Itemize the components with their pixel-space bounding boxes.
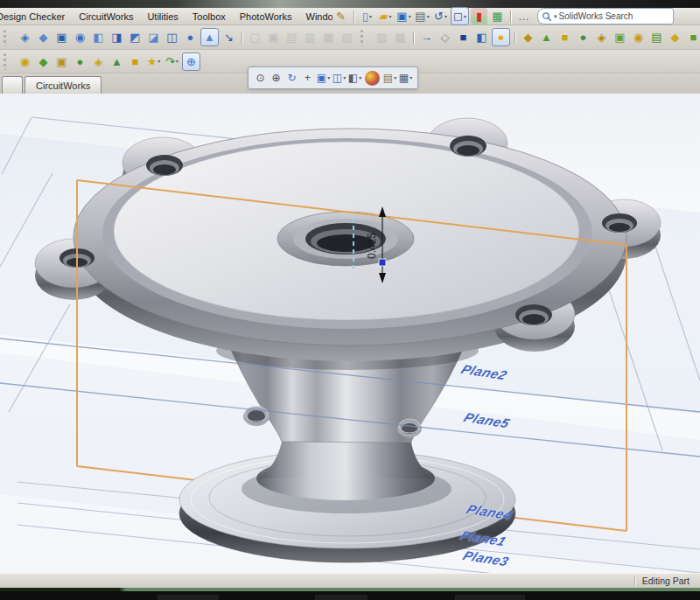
taskbar-item[interactable] [315,595,368,600]
smart-fastener-icon[interactable]: ◩ [127,29,144,45]
assembly-feature-icon[interactable]: ◪ [145,29,162,45]
app-window: { "window": { "status_right": "Editing P… [0,0,700,600]
revolved-boss-icon[interactable]: ▲ [538,29,555,45]
toolbar-overflow-icon[interactable]: … [515,8,532,24]
part-3d-view[interactable]: 0.425 [0,94,700,573]
mirror-feature-icon[interactable]: ▣ [53,53,70,70]
solidworks-search-box[interactable]: ▾ [537,8,674,24]
chamfer-icon[interactable]: ◆ [667,29,683,45]
table-driven-pattern-icon[interactable]: ▲ [108,53,125,70]
fill-pattern-icon[interactable]: ■ [127,53,144,70]
scene-icon[interactable]: ▤ [382,71,397,86]
extruded-cut-icon[interactable]: ◈ [593,29,610,45]
hole-wizard-icon[interactable]: ▣ [612,29,628,45]
grid-system-icon[interactable]: ◇ [437,29,453,45]
toolbar-grip[interactable] [4,52,12,70]
dimension-drag-handle[interactable] [379,259,386,266]
zoom-area-icon[interactable]: ⊕ [269,71,284,86]
edrawings-icon[interactable]: ■ [455,29,472,45]
toolbar-separator[interactable] [239,30,245,45]
tab-circuitworks[interactable]: CircuitWorks [24,76,102,94]
offset-entities-icon[interactable]: ▦ [320,29,337,45]
rebuild-traffic-light-icon[interactable]: ▮ [471,8,487,24]
mirror-entities-icon[interactable]: ▧ [339,29,355,45]
video-progress-bar[interactable] [0,588,700,591]
rotate-view-icon[interactable]: ↻ [284,71,299,86]
toolbar-separator[interactable] [512,30,518,45]
mate-icon[interactable]: ◆ [35,29,52,45]
menu-toolbox[interactable]: Toolbox [186,10,233,23]
pan-view-icon[interactable]: + [300,71,315,86]
sphere-feature-icon[interactable]: ● [182,29,199,45]
menu-photoworks[interactable]: PhotoWorks [233,10,299,23]
extruded-boss-icon[interactable]: ◆ [520,29,536,45]
insert-component-icon[interactable]: ▣ [53,29,70,45]
lofted-boss-icon[interactable]: ● [575,29,592,45]
open-document-icon[interactable]: ▰ [377,8,394,24]
taskbar-item[interactable] [158,595,219,600]
convert-entities-icon[interactable]: ▥ [302,29,318,45]
display-style-icon[interactable]: ◧ [347,71,362,86]
sketch-entities-icon[interactable]: ▢ [247,29,263,45]
toolbar-separator[interactable] [508,9,514,24]
print-icon[interactable]: ▤ [414,8,430,24]
section-view-tool-icon[interactable]: ◫ [332,71,346,86]
circuitworks-tool-icon[interactable]: ◧ [473,29,490,45]
search-input[interactable] [559,11,669,21]
toolbar-grip[interactable] [360,29,369,46]
dimension-value[interactable]: 0.425 [366,233,378,259]
toolbar-separator[interactable] [410,30,416,45]
zoom-fit-icon[interactable]: ⊙ [253,71,268,86]
dimension-tool-icon[interactable]: ▣ [265,29,282,45]
new-document-icon[interactable]: ▯ [359,8,375,24]
3d-sketch-icon[interactable]: ▩ [392,29,409,45]
sketch-driven-pattern-icon[interactable]: ◈ [90,53,107,70]
search-icon [542,11,552,22]
hub-neck[interactable] [256,442,435,500]
status-divider [634,576,635,586]
measure-tool-icon[interactable]: ⊕ [182,52,200,71]
rib-icon[interactable]: ■ [685,29,700,45]
circular-pattern-icon[interactable]: ◆ [35,53,52,70]
move-component-icon[interactable]: ◧ [90,29,107,45]
trim-entities-icon[interactable]: ▤ [284,29,300,45]
undo-icon[interactable]: ↺ [432,8,449,24]
taskbar-item[interactable] [455,595,525,600]
search-dropdown-icon[interactable]: ▾ [554,13,557,20]
curve-driven-pattern-icon[interactable]: ● [72,53,88,70]
toolbar-grip[interactable] [4,29,12,46]
sketch-icon[interactable]: ▨ [374,29,390,45]
toolbar-separator[interactable] [351,9,357,24]
camera-icon[interactable]: ▦ [398,71,413,86]
photoworks-render-icon[interactable]: ● [492,28,510,46]
select-arrow-icon[interactable]: → [418,29,435,45]
standard-views-icon[interactable]: ▣ [316,71,331,86]
menu-design-checker[interactable]: Design Checker [0,10,72,23]
exploded-view-icon[interactable]: ◈ [17,29,33,45]
standard-toolbar: ✎▯▰▣▤↺◻▮▦… [332,7,532,25]
tab-partial[interactable] [2,76,23,94]
rotate-component-icon[interactable]: ◉ [72,29,88,45]
edit-color-icon[interactable]: ✎ [332,8,349,24]
select-tool-icon[interactable]: ◻ [451,7,469,25]
menu-circuitworks[interactable]: CircuitWorks [72,10,140,23]
linear-pattern-icon[interactable]: ◨ [108,29,125,45]
screen-bottom-edge [0,588,700,600]
cone-dimple-hole[interactable] [397,419,422,437]
leader-annotation-icon[interactable]: ↘ [220,29,237,45]
swept-boss-icon[interactable]: ■ [556,29,573,45]
center-counterbore-hole[interactable] [277,212,414,266]
fillet-icon[interactable]: ▤ [648,29,665,45]
color-swatch-icon[interactable]: ▦ [489,8,506,24]
reference-geometry-icon[interactable]: ◫ [164,29,180,45]
menu-utilities[interactable]: Utilities [140,10,185,23]
linear-pattern-feature-icon[interactable]: ◉ [17,53,33,70]
spline-tool-icon[interactable]: ↷ [164,53,180,70]
appearance-sphere-icon[interactable]: ● [365,71,380,86]
save-icon[interactable]: ▣ [396,8,412,24]
menu-window[interactable]: Window [299,10,333,23]
graphics-viewport[interactable]: 0.425 Plane2 Plane5 Plane4 Plane1 Plane3 [0,94,700,573]
revolved-cut-icon[interactable]: ◉ [630,29,647,45]
flex-feature-icon[interactable]: ★ [145,53,162,70]
section-view-icon[interactable]: ▲ [200,28,219,46]
